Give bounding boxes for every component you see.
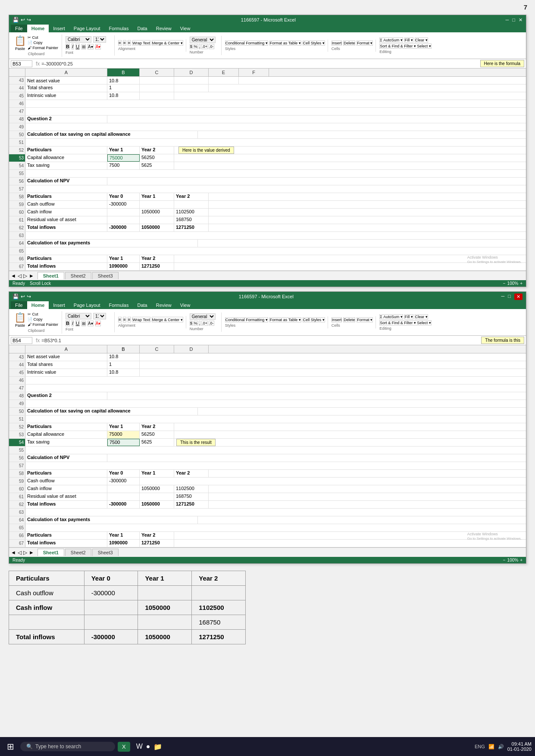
copy-btn-2[interactable]: 📄 Copy — [28, 317, 58, 322]
tab-home-1[interactable]: Home — [27, 25, 49, 32]
format-painter-btn-1[interactable]: 🖌 Format Painter — [28, 46, 58, 50]
cell-a54-1[interactable]: Tax saving — [25, 162, 107, 169]
clear-btn-2[interactable]: Clear ▾ — [415, 314, 428, 319]
cell-d61-1[interactable]: 168750 — [174, 216, 209, 224]
sheet-tab-sheet2-1[interactable]: Sheet2 — [65, 272, 91, 279]
wrap-text-btn-1[interactable]: Wrap Text — [132, 40, 150, 46]
cell-f43-1[interactable] — [239, 77, 526, 84]
cell-c60-1[interactable]: 1050000 — [140, 209, 174, 216]
cell-a67-1[interactable]: Total inflows — [25, 263, 107, 270]
taskbar-folder-icon[interactable]: 📁 — [153, 743, 162, 751]
percent-btn-1[interactable]: % — [194, 44, 198, 49]
undo-icon[interactable]: ↩ — [21, 17, 25, 23]
tab-insert-1[interactable]: Insert — [49, 25, 69, 32]
cell-d62-1[interactable]: 1271250 — [174, 224, 209, 231]
cut-btn-2[interactable]: ✂ Cut — [28, 312, 58, 316]
sheet-tab-nav-left-2[interactable]: ◄ — [11, 550, 16, 556]
cell-c62-1[interactable]: 1050000 — [140, 224, 174, 231]
cell-a64-1[interactable]: Calculation of tax payments — [25, 240, 198, 247]
underline-btn-2[interactable]: U — [75, 320, 80, 326]
font-family-1[interactable]: Calibri — [66, 36, 91, 43]
sheet-tab-nav-left2-2[interactable]: ◁ — [18, 550, 22, 556]
cell-b44-1[interactable]: 1 — [107, 84, 140, 92]
minimize-btn-1[interactable]: ─ — [506, 17, 509, 23]
align-right-btn-2[interactable]: ≡ — [128, 317, 131, 322]
fill-btn-1[interactable]: Fill ▾ — [404, 37, 413, 43]
format-as-table-btn-1[interactable]: Format as Table ▾ — [269, 41, 301, 46]
cell-b67-1[interactable]: 1090000 — [107, 263, 140, 270]
align-right-btn-1[interactable]: ≡ — [128, 40, 131, 46]
comma-btn-1[interactable]: , — [199, 44, 201, 49]
italic-btn-1[interactable]: I — [72, 44, 74, 50]
delete-btn-2[interactable]: Delete — [343, 317, 355, 322]
minimize-btn-2[interactable]: ─ — [501, 294, 505, 300]
cell-a43-1[interactable]: Net asset value — [25, 77, 107, 84]
insert-btn-2[interactable]: Insert — [332, 317, 342, 322]
paste-btn-2[interactable]: 📋Paste — [14, 312, 26, 328]
merge-btn-1[interactable]: Merge & Center ▾ — [152, 40, 183, 46]
sheet-tab-sheet1-1[interactable]: Sheet1 — [38, 272, 64, 279]
cell-a56-1[interactable]: Calculation of NPV — [25, 178, 107, 185]
cell-c53-1[interactable]: 56250 — [140, 154, 174, 162]
cell-c59-1[interactable] — [140, 201, 174, 208]
cell-c58-1[interactable]: Year 1 — [140, 193, 174, 200]
save-icon[interactable]: 💾 — [13, 17, 19, 23]
cell-a66-1[interactable]: Particulars — [25, 255, 107, 262]
autosum-btn-2[interactable]: Σ AutoSum ▾ — [379, 314, 403, 319]
conditional-format-btn-2[interactable]: Conditional Formatting ▾ — [225, 317, 268, 322]
undo-icon-2[interactable]: ↩ — [21, 294, 25, 300]
currency-btn-1[interactable]: $ — [190, 44, 193, 49]
cell-d58-1[interactable]: Year 2 — [174, 193, 209, 200]
fill-btn-2[interactable]: Fill ▾ — [404, 314, 413, 319]
zoom-out-btn-1[interactable]: − — [503, 281, 506, 286]
format-btn-1[interactable]: Format ▾ — [357, 41, 373, 46]
tab-review-1[interactable]: Review — [152, 25, 176, 32]
sheet-tab-nav-right2-1[interactable]: ▷ — [23, 273, 27, 279]
align-left-btn-1[interactable]: ≡ — [118, 40, 122, 46]
cell-d44-1[interactable] — [174, 84, 209, 92]
cell-c61-1[interactable] — [140, 216, 174, 224]
number-format-2[interactable]: General — [190, 313, 216, 320]
cell-a50-1[interactable]: Calculation of tax saving on capital all… — [25, 131, 198, 138]
sheet-tab-sheet3-2[interactable]: Sheet3 — [92, 549, 119, 556]
decimal-inc-btn-1[interactable]: .0+ — [201, 44, 208, 49]
cell-c45-1[interactable] — [140, 92, 174, 100]
start-btn[interactable]: ⊞ — [3, 740, 18, 753]
tab-formulas-1[interactable]: Formulas — [105, 25, 133, 32]
bold-btn-1[interactable]: B — [66, 44, 70, 50]
fill-color-btn-2[interactable]: A▾ — [88, 321, 94, 326]
tab-file-1[interactable]: File — [11, 25, 27, 32]
borders-btn-1[interactable]: ⊞ — [81, 44, 86, 50]
cell-d43-1[interactable] — [174, 77, 209, 84]
cell-a59-1[interactable]: Cash outflow — [25, 201, 107, 208]
sort-filter-btn-2[interactable]: Sort & Find & Filter ▾ Select ▾ — [379, 320, 432, 325]
tab-insert-2[interactable]: Insert — [49, 301, 69, 309]
conditional-format-btn-1[interactable]: Conditional Formatting ▾ — [225, 41, 268, 46]
cell-b61-1[interactable] — [107, 216, 140, 224]
cell-c66-1[interactable]: Year 2 — [140, 255, 174, 262]
percent-btn-2[interactable]: % — [194, 321, 198, 326]
format-btn-2[interactable]: Format ▾ — [357, 317, 373, 322]
font-color-btn-1[interactable]: A▾ — [95, 44, 101, 50]
sheet-tab-sheet1-2[interactable]: Sheet1 — [38, 549, 64, 556]
cell-b53-1[interactable]: 75000 — [107, 154, 140, 162]
maximize-btn-1[interactable]: □ — [512, 17, 515, 23]
paste-btn-1[interactable]: 📋 Paste — [14, 35, 26, 51]
align-left-btn-2[interactable]: ≡ — [118, 317, 122, 322]
taskbar-excel-btn[interactable]: X — [118, 742, 130, 752]
cell-styles-btn-2[interactable]: Cell Styles ▾ — [303, 317, 325, 322]
cell-b45-1[interactable]: 10.8 — [107, 92, 140, 100]
sheet-tab-nav-left2-1[interactable]: ◁ — [18, 273, 22, 279]
cell-b66-1[interactable]: Year 1 — [107, 255, 140, 262]
cell-c52-1[interactable]: Year 2 — [140, 147, 174, 154]
cell-d60-1[interactable]: 1102500 — [174, 209, 209, 216]
cell-b43-1[interactable]: 10.8 — [107, 77, 140, 84]
cell-a62-1[interactable]: Total inflows — [25, 224, 107, 231]
decimal-dec-btn-2[interactable]: .0- — [209, 321, 214, 326]
comma-btn-2[interactable]: , — [199, 321, 201, 326]
clear-btn-1[interactable]: Clear ▾ — [415, 37, 428, 43]
bold-btn-2[interactable]: B — [66, 320, 70, 326]
tab-pagelayout-2[interactable]: Page Layout — [69, 301, 105, 309]
cell-b58-1[interactable]: Year 0 — [107, 193, 140, 200]
cell-b43-2[interactable]: 10.8 — [107, 353, 140, 361]
